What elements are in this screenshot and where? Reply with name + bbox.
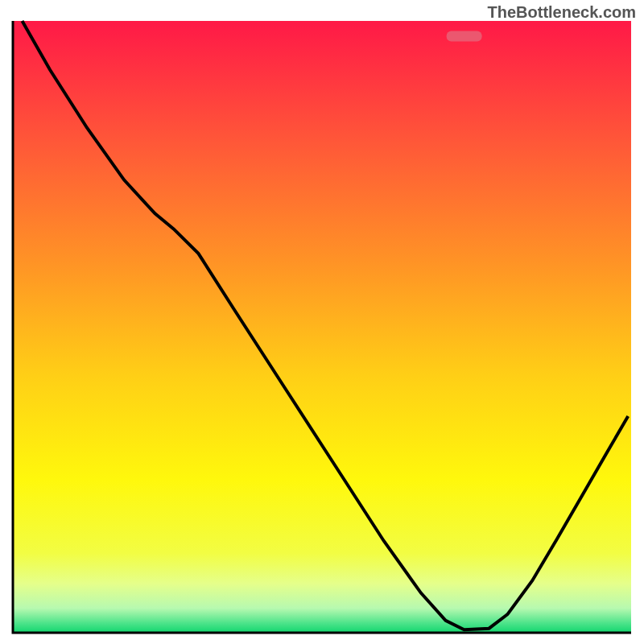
plot-background — [13, 21, 631, 633]
bottleneck-chart: TheBottleneck.com — [0, 0, 644, 644]
chart-svg — [0, 0, 644, 644]
watermark-label: TheBottleneck.com — [488, 3, 636, 22]
optimal-marker — [447, 31, 482, 42]
